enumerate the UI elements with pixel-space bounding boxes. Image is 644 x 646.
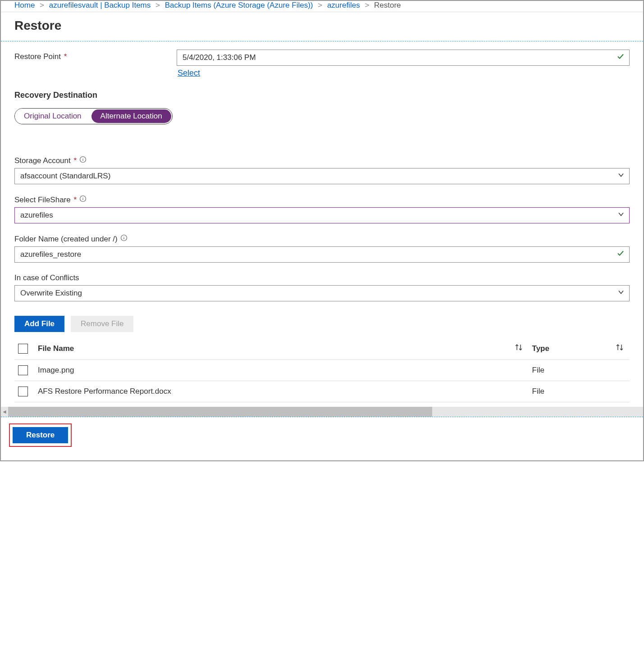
restore-highlight: Restore <box>9 423 72 447</box>
chevron-right-icon: > <box>155 1 160 9</box>
info-icon[interactable] <box>79 195 87 205</box>
cell-filename: AFS Restore Performance Report.docx <box>34 381 511 402</box>
divider <box>1 417 643 417</box>
pill-alternate-location[interactable]: Alternate Location <box>91 109 171 123</box>
fileshare-dropdown[interactable]: azurefiles <box>14 207 630 223</box>
conflicts-value: Overwrite Existing <box>20 289 82 298</box>
sort-icon[interactable] <box>615 345 624 354</box>
checkmark-icon <box>617 250 625 260</box>
conflicts-dropdown[interactable]: Overwrite Existing <box>14 285 630 301</box>
recovery-destination-label: Recovery Destination <box>14 91 630 100</box>
info-icon[interactable] <box>79 156 87 165</box>
info-icon[interactable] <box>120 234 128 244</box>
scroll-left-icon[interactable]: ◄ <box>1 409 8 415</box>
restore-point-select-link[interactable]: Select <box>177 66 201 78</box>
chevron-down-icon <box>617 172 625 181</box>
folder-name-value: azurefiles_restore <box>20 250 81 259</box>
files-table: File Name Type Image.png File AFS Restor… <box>14 337 630 402</box>
storage-account-dropdown[interactable]: afsaccount (StandardLRS) <box>14 168 630 184</box>
required-indicator: * <box>72 156 77 165</box>
page-title: Restore <box>1 12 643 41</box>
select-all-checkbox[interactable] <box>18 344 28 354</box>
remove-file-button: Remove File <box>71 316 133 332</box>
fileshare-label: Select FileShare <box>14 196 71 205</box>
breadcrumb-link-vault[interactable]: azurefilesvault | Backup Items <box>49 1 151 9</box>
row-checkbox[interactable] <box>18 365 28 375</box>
divider <box>1 41 643 41</box>
svg-point-5 <box>82 197 83 197</box>
required-indicator: * <box>64 52 67 61</box>
cell-type: File <box>529 381 612 402</box>
chevron-right-icon: > <box>318 1 322 9</box>
restore-button[interactable]: Restore <box>13 427 68 443</box>
folder-name-input[interactable]: azurefiles_restore <box>14 246 630 263</box>
recovery-destination-toggle: Original Location Alternate Location <box>14 108 173 124</box>
restore-point-label: Restore Point <box>14 52 61 61</box>
row-checkbox[interactable] <box>18 387 28 396</box>
storage-account-label: Storage Account <box>14 156 71 165</box>
table-row[interactable]: Image.png File <box>14 360 630 381</box>
restore-point-input[interactable]: 5/4/2020, 1:33:06 PM <box>177 50 630 66</box>
chevron-right-icon: > <box>365 1 369 9</box>
checkmark-icon <box>617 53 625 63</box>
svg-point-2 <box>83 158 83 158</box>
restore-point-value: 5/4/2020, 1:33:06 PM <box>183 53 256 62</box>
chevron-right-icon: > <box>40 1 44 9</box>
folder-name-label: Folder Name (created under /) <box>14 235 118 244</box>
pill-original-location[interactable]: Original Location <box>15 109 91 124</box>
horizontal-scrollbar[interactable]: ◄ <box>1 407 643 417</box>
scrollbar-thumb[interactable] <box>8 407 432 417</box>
sort-icon[interactable] <box>514 345 523 354</box>
cell-type: File <box>529 360 612 381</box>
breadcrumb-current: Restore <box>374 1 401 9</box>
chevron-down-icon <box>617 211 625 220</box>
cell-filename: Image.png <box>34 360 511 381</box>
svg-point-8 <box>123 236 124 237</box>
breadcrumb-link-home[interactable]: Home <box>14 1 35 9</box>
add-file-button[interactable]: Add File <box>14 316 64 332</box>
breadcrumb-link-azurefiles[interactable]: azurefiles <box>327 1 360 9</box>
chevron-down-icon <box>617 289 625 298</box>
column-header-filename[interactable]: File Name <box>34 337 511 360</box>
breadcrumb-link-backup-items[interactable]: Backup Items (Azure Storage (Azure Files… <box>165 1 313 9</box>
fileshare-value: azurefiles <box>20 211 53 220</box>
conflicts-label: In case of Conflicts <box>14 273 79 282</box>
table-row[interactable]: AFS Restore Performance Report.docx File <box>14 381 630 402</box>
breadcrumb: Home > azurefilesvault | Backup Items > … <box>1 1 643 12</box>
storage-account-value: afsaccount (StandardLRS) <box>20 172 110 181</box>
column-header-type[interactable]: Type <box>529 337 612 360</box>
required-indicator: * <box>72 196 77 205</box>
